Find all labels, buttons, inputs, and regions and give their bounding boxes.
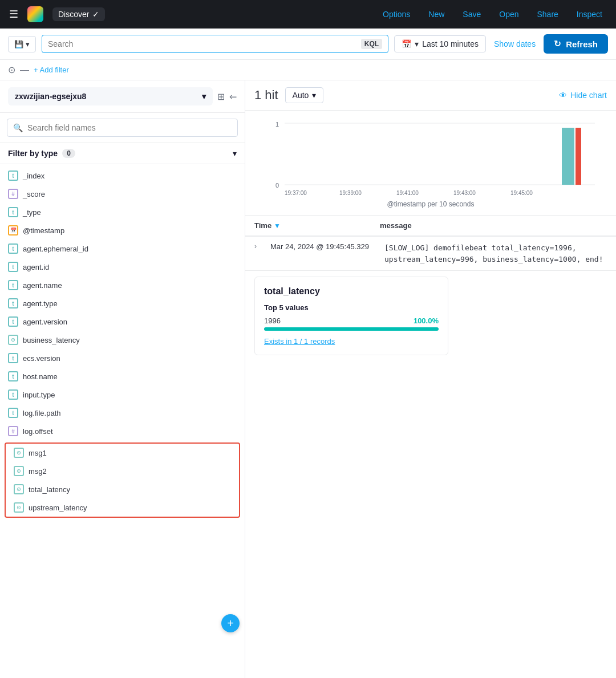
filter-count-badge: 0	[62, 149, 75, 158]
filter-type-row[interactable]: Filter by type 0 ▾	[0, 143, 245, 164]
field-item-msg2[interactable]: ⊙ msg2	[6, 462, 239, 480]
field-name: log.file.path	[23, 409, 61, 417]
field-name: business_latency	[23, 336, 80, 344]
chart-container: 1 0 19:37:00 19:39:00 19:41:00 19:43:00 …	[245, 111, 616, 216]
auto-select[interactable]: Auto ▾	[285, 87, 324, 103]
field-name: _type	[23, 208, 41, 217]
kql-badge[interactable]: KQL	[361, 39, 382, 49]
field-item-agent-name[interactable]: t agent.name	[0, 276, 245, 294]
field-item-input-type[interactable]: t input.type	[0, 385, 245, 404]
field-name: host.name	[23, 372, 58, 381]
field-name: agent.version	[23, 318, 67, 326]
field-item-business-latency[interactable]: ⊙ business_latency	[0, 331, 245, 349]
col-time-header[interactable]: Time ▼	[254, 221, 380, 230]
discover-button[interactable]: Discover ✓	[52, 7, 105, 21]
type-badge-t: t	[8, 280, 18, 290]
saved-search-button[interactable]: 💾 ▾	[8, 36, 36, 52]
field-item-host-name[interactable]: t host.name	[0, 367, 245, 385]
sort-icon: ▼	[274, 222, 281, 230]
field-name: upstream_latency	[29, 504, 87, 512]
type-badge-t: t	[8, 316, 18, 327]
histogram-chart: 1 0 19:37:00 19:39:00 19:41:00 19:43:00 …	[254, 116, 607, 196]
auto-label: Auto	[293, 91, 309, 100]
message-col-label: message	[380, 221, 412, 230]
field-item-score[interactable]: # _score	[0, 185, 245, 203]
field-item-msg1[interactable]: ⊙ msg1	[6, 444, 239, 462]
add-button[interactable]: +	[221, 614, 240, 632]
row-time: Mar 24, 2024 @ 19:45:45.329	[270, 242, 384, 265]
field-item-upstream-latency[interactable]: ⊙ upstream_latency	[6, 498, 239, 517]
field-name: input.type	[23, 391, 55, 399]
content-area: 1 hit Auto ▾ 👁 Hide chart 1 0	[245, 80, 616, 678]
time-col-label: Time	[254, 221, 271, 230]
chevron-down-icon: ✓	[92, 10, 99, 19]
expand-row-button[interactable]: ›	[254, 242, 266, 265]
field-item-timestamp[interactable]: 📅 @timestamp	[0, 221, 245, 239]
inspect-link[interactable]: Inspect	[572, 10, 607, 19]
tooltip-panel: total_latency Top 5 values 1996 100.0% E…	[254, 277, 448, 355]
refresh-icon: ↻	[554, 39, 561, 49]
add-filter-button[interactable]: + Add filter	[34, 66, 69, 74]
field-item-type[interactable]: t _type	[0, 203, 245, 221]
field-name: ecs.version	[23, 354, 60, 363]
options-link[interactable]: Options	[378, 10, 415, 19]
hit-count: 1 hit	[254, 88, 278, 103]
type-badge-t: t	[8, 389, 18, 400]
new-link[interactable]: New	[424, 10, 449, 19]
field-item-total-latency[interactable]: ⊙ total_latency	[6, 480, 239, 498]
search-bar: 💾 ▾ KQL 📅 ▾ Last 10 minutes Show dates ↻…	[0, 29, 616, 60]
type-badge-t: t	[8, 353, 18, 363]
type-badge-t: t	[8, 243, 18, 254]
minus-icon: —	[20, 65, 29, 75]
index-selector[interactable]: zxwzijian-egsejxu8 ▾	[8, 87, 213, 105]
progress-bar	[264, 327, 439, 331]
search-fields-input: 🔍	[7, 119, 238, 137]
field-item-agent-id[interactable]: t agent.id	[0, 258, 245, 276]
main-layout: zxwzijian-egsejxu8 ▾ ⊞ ⇐ 🔍 Filter by typ…	[0, 80, 616, 678]
filter-row: ⊙ — + Add filter	[0, 60, 616, 80]
index-name: zxwzijian-egsejxu8	[15, 92, 86, 101]
type-badge-obj: ⊙	[14, 466, 24, 476]
field-item-ephemeral-id[interactable]: t agent.ephemeral_id	[0, 239, 245, 258]
type-badge-hash: #	[8, 426, 18, 436]
field-item-agent-version[interactable]: t agent.version	[0, 312, 245, 331]
field-name: msg1	[29, 449, 47, 457]
eye-icon: 👁	[559, 91, 567, 100]
time-picker[interactable]: 📅 ▾ Last 10 minutes	[394, 35, 486, 52]
chart-x-label: @timestamp per 10 seconds	[254, 198, 607, 213]
open-link[interactable]: Open	[495, 10, 523, 19]
filter-type-label: Filter by type	[8, 149, 58, 158]
chevron-down-icon: ▾	[312, 91, 316, 100]
field-name: agent.type	[23, 299, 58, 308]
svg-text:19:39:00: 19:39:00	[339, 190, 362, 196]
exists-link[interactable]: Exists in 1 / 1 records	[264, 337, 335, 346]
top5-row: 1996 100.0%	[264, 316, 439, 325]
save-link[interactable]: Save	[458, 10, 485, 19]
search-input[interactable]	[48, 39, 356, 48]
svg-text:19:43:00: 19:43:00	[453, 190, 476, 196]
search-fields-field[interactable]	[27, 123, 232, 132]
field-item-agent-type[interactable]: t agent.type	[0, 294, 245, 312]
field-item-log-file-path[interactable]: t log.file.path	[0, 404, 245, 422]
table-header: Time ▼ message	[245, 216, 616, 237]
field-item-ecs-version[interactable]: t ecs.version	[0, 349, 245, 367]
share-link[interactable]: Share	[533, 10, 563, 19]
hide-chart-label: Hide chart	[570, 91, 607, 100]
calendar-icon: 📅	[402, 39, 411, 48]
svg-text:19:41:00: 19:41:00	[396, 190, 419, 196]
refresh-button[interactable]: ↻ Refresh	[544, 34, 608, 54]
type-badge-t: t	[8, 408, 18, 418]
type-badge-t: t	[8, 262, 18, 272]
grid-icon[interactable]: ⊞	[217, 91, 225, 102]
field-name: _index	[23, 172, 44, 180]
row-message: [SLOW_LOG] demofilebeat total_latency=19…	[384, 242, 607, 265]
arrow-left-icon[interactable]: ⇐	[229, 91, 237, 102]
field-item-index[interactable]: t _index	[0, 167, 245, 185]
field-name: agent.name	[23, 281, 62, 290]
hamburger-menu[interactable]: ☰	[9, 8, 18, 21]
refresh-label: Refresh	[566, 39, 598, 49]
show-dates-button[interactable]: Show dates	[492, 39, 538, 48]
highlighted-fields-group: ⊙ msg1 ⊙ msg2 ⊙ total_latency ⊙ upstream…	[5, 442, 240, 518]
hide-chart-button[interactable]: 👁 Hide chart	[559, 91, 607, 100]
field-item-log-offset[interactable]: # log.offset	[0, 422, 245, 440]
